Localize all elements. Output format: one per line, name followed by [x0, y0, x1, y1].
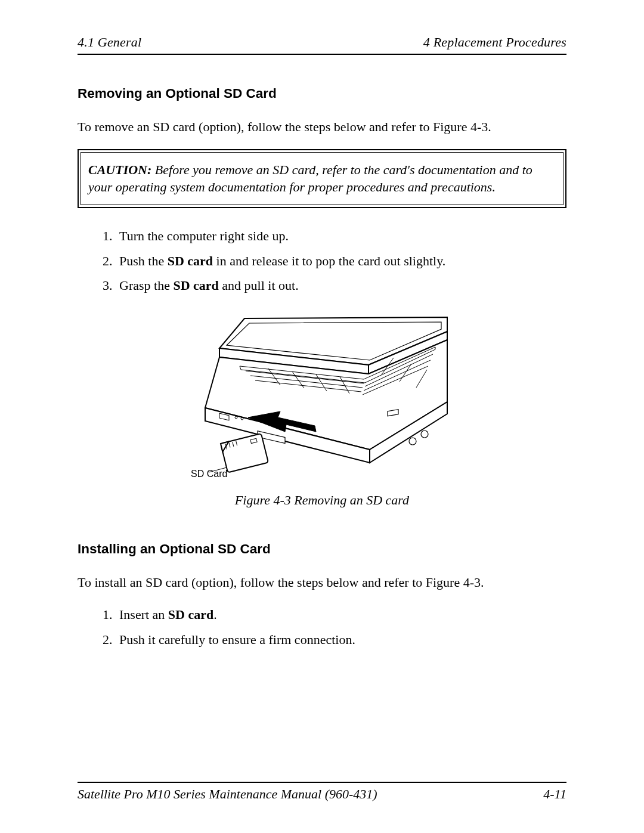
caution-label: CAUTION:: [88, 162, 151, 177]
steps-removing: Turn the computer right side up. Push th…: [78, 227, 566, 295]
header-left: 4.1 General: [78, 35, 141, 50]
running-footer: Satellite Pro M10 Series Maintenance Man…: [78, 782, 566, 802]
caution-text: CAUTION: Before you remove an SD card, r…: [88, 161, 556, 196]
footer-right: 4-11: [543, 786, 566, 802]
svg-point-24: [421, 431, 428, 438]
install-step-1: Insert an SD card.: [116, 606, 566, 624]
heading-installing-sd: Installing an Optional SD Card: [78, 541, 566, 557]
footer-rule: [78, 782, 566, 783]
header-right: 4 Replacement Procedures: [423, 35, 566, 50]
caution-box: CAUTION: Before you remove an SD card, r…: [78, 149, 566, 208]
intro-installing: To install an SD card (option), follow t…: [78, 574, 566, 592]
figure-4-3: SD Card Figure 4-3 Removing an SD card: [78, 312, 566, 508]
step-3: Grasp the SD card and pull it out.: [116, 277, 566, 295]
figure-sd-label: SD Card: [191, 469, 227, 479]
caution-body: Before you remove an SD card, refer to t…: [88, 162, 532, 195]
steps-installing: Insert an SD card. Push it carefully to …: [78, 606, 566, 648]
running-header: 4.1 General 4 Replacement Procedures: [78, 35, 566, 50]
svg-rect-29: [221, 433, 268, 472]
intro-removing: To remove an SD card (option), follow th…: [78, 118, 566, 136]
footer-left: Satellite Pro M10 Series Maintenance Man…: [78, 786, 377, 802]
laptop-sd-illustration: SD Card: [191, 312, 453, 479]
header-rule: [78, 54, 566, 55]
figure-caption: Figure 4-3 Removing an SD card: [78, 493, 566, 508]
install-step-2: Push it carefully to ensure a firm conne…: [116, 631, 566, 649]
step-1: Turn the computer right side up.: [116, 227, 566, 245]
svg-point-23: [409, 438, 416, 445]
step-2: Push the SD card in and release it to po…: [116, 252, 566, 270]
heading-removing-sd: Removing an Optional SD Card: [78, 86, 566, 101]
